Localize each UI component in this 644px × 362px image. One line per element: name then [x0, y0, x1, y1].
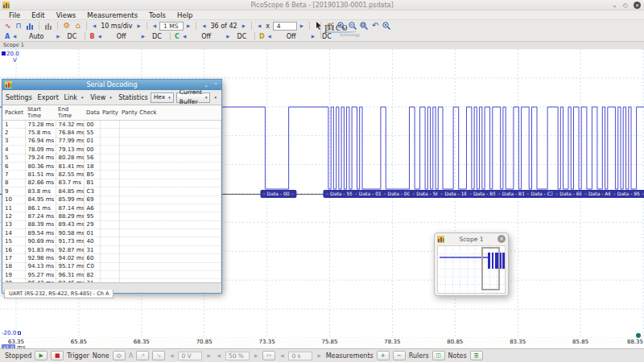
- pretrigger-icon[interactable]: ↦: [262, 351, 275, 360]
- column-header[interactable]: Parity: [100, 105, 119, 121]
- column-header[interactable]: Data: [84, 105, 100, 121]
- axis-handle-icon[interactable]: [18, 331, 21, 335]
- rising-edge-icon[interactable]: ↗: [136, 351, 149, 360]
- packet-row[interactable]: 1691.83 ms92.87 ms31: [2, 245, 221, 253]
- zoom-out-step-icon[interactable]: ◀: [256, 23, 262, 28]
- packet-row[interactable]: 1792.98 ms94.02 ms60: [2, 254, 221, 262]
- pretrigger-input[interactable]: 0 s: [288, 352, 312, 360]
- alarms-icon[interactable]: [43, 23, 53, 30]
- channel-b-range[interactable]: Off: [103, 33, 140, 40]
- pretrigger-down-icon[interactable]: ◀: [279, 353, 285, 358]
- channel-range-next-icon[interactable]: ▶: [55, 34, 61, 39]
- export-button[interactable]: Export: [38, 94, 59, 101]
- stop-button[interactable]: ■: [51, 351, 64, 360]
- minimize-icon[interactable]: ⌄: [612, 2, 617, 9]
- samples-up-icon[interactable]: ▶: [185, 23, 192, 28]
- packet-row[interactable]: 1590.69 ms91.73 ms40: [2, 237, 221, 245]
- buffer-prev-icon[interactable]: ◀: [200, 23, 207, 28]
- buffer-next-icon[interactable]: ▶: [241, 23, 247, 28]
- packet-row[interactable]: 173.28 ms74.32 ms00: [2, 121, 221, 129]
- window-shade-icon[interactable]: ⌄: [204, 82, 208, 88]
- serial-decoding-titlebar[interactable]: Serial Decoding ⌄ ⌃: [2, 80, 221, 90]
- menu-measurements[interactable]: Measurements: [81, 10, 143, 20]
- pointer-tool-icon[interactable]: [314, 21, 324, 31]
- packet-row[interactable]: 275.8 ms76.84 ms55: [2, 129, 221, 137]
- column-header[interactable]: End Time: [56, 105, 84, 121]
- channel-range-prev-icon[interactable]: ◀: [181, 34, 188, 39]
- channel-b-coupling[interactable]: DC: [147, 33, 167, 40]
- packet-row[interactable]: 781.51 ms82.55 msB5: [2, 171, 221, 179]
- menu-views[interactable]: Views: [51, 10, 82, 20]
- format-select[interactable]: Hex▾: [151, 93, 174, 103]
- home-icon[interactable]: ⌂: [74, 21, 82, 31]
- menu-tools[interactable]: Tools: [143, 10, 171, 20]
- trigger-level-input[interactable]: 0 V: [178, 352, 202, 360]
- trigger-source[interactable]: A: [129, 352, 133, 360]
- link-dropdown-icon[interactable]: ▾: [80, 95, 85, 100]
- hysteresis-input[interactable]: 50 %: [225, 352, 250, 360]
- maximize-icon[interactable]: ◇: [623, 2, 628, 9]
- view-button[interactable]: View: [90, 94, 105, 101]
- scope-view-tab[interactable]: Scope 1: [0, 42, 644, 49]
- level-down-icon[interactable]: ◀: [168, 353, 175, 358]
- buffer-close-icon[interactable]: ✕: [497, 235, 506, 243]
- column-header[interactable]: Packet: [2, 105, 25, 121]
- packet-row[interactable]: 983.8 ms84.85 msC3: [2, 187, 221, 195]
- channel-range-prev-icon[interactable]: ◀: [11, 34, 18, 39]
- pretrigger-up-icon[interactable]: ▶: [316, 353, 322, 358]
- packet-row[interactable]: 1489.54 ms90.58 ms01: [2, 229, 221, 237]
- channel-range-prev-icon[interactable]: ◀: [266, 34, 272, 39]
- column-header[interactable]: Start Time: [25, 105, 56, 121]
- channel-c-label[interactable]: C: [173, 33, 181, 40]
- title-bar[interactable]: PicoScope 6 Beta - [20190130-0001.psdata…: [0, 0, 644, 10]
- menu-file[interactable]: File: [3, 10, 26, 20]
- zoom-in-step-icon[interactable]: ▶: [299, 23, 305, 28]
- window-restore-icon[interactable]: ⌃: [213, 82, 218, 88]
- packet-row[interactable]: 478.09 ms79.13 ms00: [2, 146, 221, 154]
- buffer-overview-preview[interactable]: [437, 245, 506, 294]
- buffer-overview-titlebar[interactable]: Scope 1 ✕: [435, 233, 508, 245]
- column-header[interactable]: Parity Check: [119, 105, 221, 121]
- menu-help[interactable]: Help: [171, 10, 198, 20]
- add-measurement-button[interactable]: +: [377, 351, 390, 360]
- hysteresis-up-icon[interactable]: ▶: [253, 353, 259, 358]
- packet-row[interactable]: 1388.39 ms89.43 ms29: [2, 220, 221, 228]
- packet-row[interactable]: 882.66 ms83.7 msB1: [2, 179, 221, 187]
- spectrum-mode-icon[interactable]: [25, 23, 35, 30]
- packet-row[interactable]: 1287.24 ms88.29 ms95: [2, 212, 221, 220]
- buffer-select[interactable]: Current Buffer▾: [176, 93, 211, 103]
- trigger-mode-select[interactable]: None: [93, 352, 109, 360]
- channel-d-range[interactable]: Off: [273, 33, 310, 40]
- rulers-button[interactable]: ◫: [432, 351, 445, 360]
- level-up-icon[interactable]: ▶: [205, 353, 212, 358]
- timebase-value[interactable]: 10 ms/div: [99, 23, 134, 30]
- persistence-mode-icon[interactable]: ⊓: [14, 21, 23, 31]
- zoom-factor-input[interactable]: 4: [273, 22, 297, 31]
- channel-b-label[interactable]: B: [88, 33, 96, 40]
- channel-a-coupling[interactable]: DC: [61, 33, 82, 40]
- menu-edit[interactable]: Edit: [26, 10, 50, 20]
- packet-row[interactable]: 1084.95 ms85.99 ms69: [2, 195, 221, 204]
- channel-c-coupling[interactable]: DC: [231, 33, 252, 40]
- samples-input[interactable]: 1 MS: [159, 22, 184, 31]
- packet-row[interactable]: 1894.13 ms95.17 msC0: [2, 262, 221, 270]
- scope-mode-icon[interactable]: ∿: [3, 21, 13, 31]
- channel-d-label[interactable]: D: [258, 33, 266, 40]
- samples-down-icon[interactable]: ◀: [151, 23, 158, 28]
- channel-range-prev-icon[interactable]: ◀: [96, 34, 102, 39]
- view-dropdown-icon[interactable]: ▾: [108, 95, 114, 100]
- channel-c-range[interactable]: Off: [188, 33, 225, 40]
- timebase-next-icon[interactable]: ▶: [136, 23, 142, 28]
- trigger-marker-button[interactable]: ◇: [113, 351, 126, 360]
- channel-a-label[interactable]: A: [3, 33, 11, 40]
- channel-range-next-icon[interactable]: ▶: [225, 34, 231, 39]
- hysteresis-down-icon[interactable]: ◀: [216, 353, 222, 358]
- zoom-full-tool-icon[interactable]: [382, 21, 391, 31]
- close-icon[interactable]: ✕: [634, 2, 641, 9]
- link-button[interactable]: Link: [64, 94, 77, 101]
- setup-wizard-icon[interactable]: ⚙: [62, 21, 72, 31]
- channel-a-marker[interactable]: [2, 51, 6, 56]
- falling-edge-icon[interactable]: ↘: [152, 351, 165, 360]
- packet-row[interactable]: 680.36 ms81.41 ms18: [2, 162, 221, 170]
- packet-row[interactable]: 376.94 ms77.99 ms01: [2, 137, 221, 145]
